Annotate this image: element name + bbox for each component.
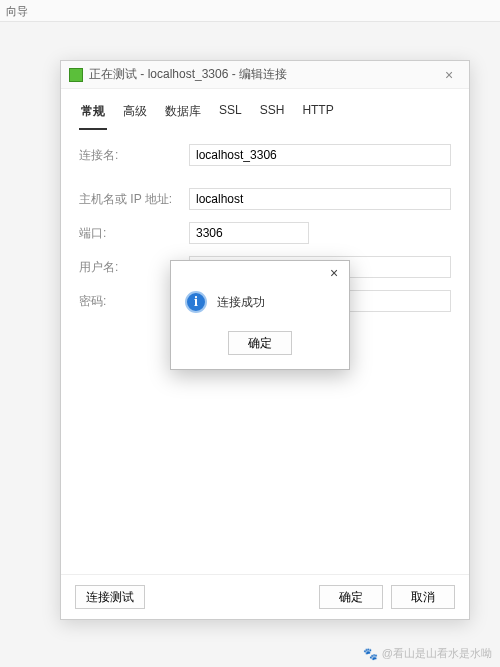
conn-name-label: 连接名:	[79, 147, 189, 164]
dialog-titlebar: 正在测试 - localhost_3306 - 编辑连接 ×	[61, 61, 469, 89]
host-input[interactable]	[189, 188, 451, 210]
conn-name-input[interactable]	[189, 144, 451, 166]
modal-message: 连接成功	[217, 294, 265, 311]
watermark: 🐾 @看山是山看水是水呦	[363, 646, 492, 661]
app-icon	[69, 68, 83, 82]
port-input[interactable]	[189, 222, 309, 244]
tab-database[interactable]: 数据库	[163, 99, 203, 130]
ok-button[interactable]: 确定	[319, 585, 383, 609]
tab-strip: 常规 高级 数据库 SSL SSH HTTP	[61, 89, 469, 130]
cancel-button[interactable]: 取消	[391, 585, 455, 609]
modal-titlebar: ×	[171, 261, 349, 285]
tab-ssl[interactable]: SSL	[217, 99, 244, 130]
modal-ok-button[interactable]: 确定	[228, 331, 292, 355]
test-connection-button[interactable]: 连接测试	[75, 585, 145, 609]
tab-ssh[interactable]: SSH	[258, 99, 287, 130]
tab-general[interactable]: 常规	[79, 99, 107, 130]
watermark-text: @看山是山看水是水呦	[382, 646, 492, 661]
dialog-footer: 连接测试 确定 取消	[61, 574, 469, 619]
host-label: 主机名或 IP 地址:	[79, 191, 189, 208]
top-strip-text: 向导	[6, 5, 28, 17]
paw-icon: 🐾	[363, 647, 378, 661]
tab-advanced[interactable]: 高级	[121, 99, 149, 130]
modal-close-icon[interactable]: ×	[325, 265, 343, 281]
window-top-strip: 向导	[0, 0, 500, 22]
close-icon[interactable]: ×	[437, 67, 461, 83]
info-icon: i	[185, 291, 207, 313]
result-modal: × i 连接成功 确定	[170, 260, 350, 370]
port-label: 端口:	[79, 225, 189, 242]
tab-http[interactable]: HTTP	[300, 99, 335, 130]
dialog-title: 正在测试 - localhost_3306 - 编辑连接	[89, 66, 437, 83]
